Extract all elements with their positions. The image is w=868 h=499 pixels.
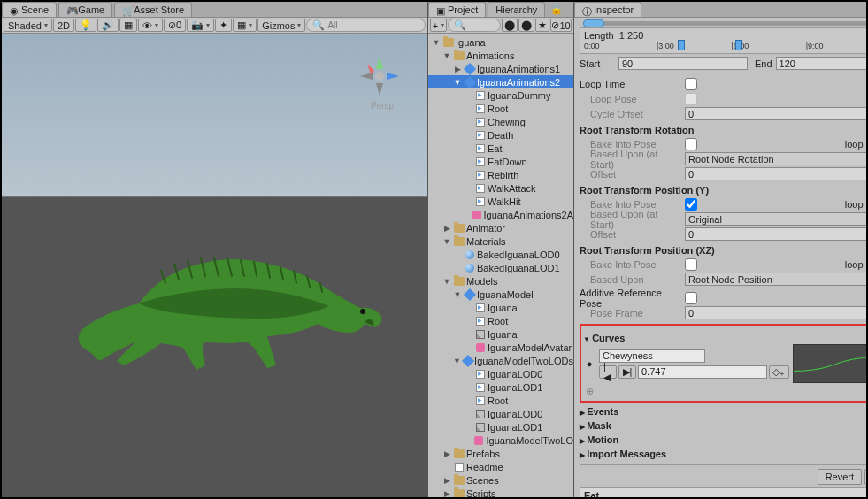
scene-viewport[interactable]: Persp	[2, 34, 427, 497]
expand-arrow-icon[interactable]: ▶	[442, 476, 451, 485]
tool-1[interactable]: ✦	[215, 19, 232, 32]
tree-item-root[interactable]: Root	[428, 102, 573, 115]
tab-inspector[interactable]: ⓘInspector	[574, 2, 641, 17]
tab-project[interactable]: ▣Project	[428, 2, 486, 17]
expand-arrow-icon[interactable]: ▼	[442, 237, 451, 246]
loop-time-checkbox[interactable]	[685, 78, 697, 90]
tree-item-animator[interactable]: ▶Animator	[428, 221, 573, 234]
tree-item-scenes[interactable]: ▶Scenes	[428, 473, 573, 487]
filter-favorites[interactable]: ⬤	[502, 19, 518, 32]
tree-item-iguanamodelavatar[interactable]: IguanaModelAvatar	[428, 341, 573, 354]
tree-item-bakediguanalod0[interactable]: BakedIguanaLOD0	[428, 248, 573, 261]
expand-arrow-icon[interactable]: ▼	[442, 51, 451, 60]
scene-visibility-toggle[interactable]: 👁	[138, 19, 163, 32]
tree-item-iguanaanimations1[interactable]: ▶IguanaAnimations1	[428, 62, 573, 75]
hidden-toggle[interactable]: ⊘10	[550, 19, 572, 32]
rtpy-offset-field[interactable]	[685, 227, 868, 241]
expand-arrow-icon[interactable]: ▼	[432, 38, 441, 47]
project-tree[interactable]: ▼Iguana▼Animations▶IguanaAnimations1▼Igu…	[428, 34, 573, 497]
revert-button[interactable]: Revert	[818, 469, 862, 485]
audio-toggle[interactable]: 🔊	[97, 19, 119, 32]
tree-item-bakediguanalod1[interactable]: BakedIguanaLOD1	[428, 261, 573, 274]
tree-item-iguanaanimations2a[interactable]: IguanaAnimations2A	[428, 208, 573, 221]
lock-icon[interactable]: 🔒	[547, 4, 566, 15]
range-end-handle[interactable]	[735, 40, 742, 50]
tab-game[interactable]: 🎮Game	[58, 2, 112, 17]
curve-next-key-button[interactable]: ▶|	[618, 365, 636, 379]
scene-search[interactable]: 🔍	[306, 19, 426, 32]
arp-checkbox[interactable]	[685, 292, 697, 304]
camera-dropdown[interactable]: 📷	[187, 19, 214, 32]
tree-item-readme[interactable]: Readme	[428, 460, 573, 473]
tree-item-death[interactable]: Death	[428, 128, 573, 142]
tree-item-animations[interactable]: ▼Animations	[428, 49, 573, 62]
tree-item-root[interactable]: Root	[428, 314, 573, 327]
tree-item-walkhit[interactable]: WalkHit	[428, 195, 573, 208]
start-field[interactable]	[618, 57, 748, 70]
expand-arrow-icon[interactable]: ▶	[453, 65, 462, 73]
apply-button[interactable]: Apply	[864, 469, 868, 485]
section-motion[interactable]: Motion	[580, 434, 868, 445]
filter-label[interactable]: ★	[535, 19, 550, 32]
tree-item-iguanamodeltwolods[interactable]: ▼IguanaModelTwoLODs	[428, 354, 573, 367]
tree-item-eatdown[interactable]: EatDown	[428, 155, 573, 168]
curve-graph[interactable]	[793, 344, 868, 383]
tool-2[interactable]: ▦	[233, 19, 257, 32]
expand-arrow-icon[interactable]: ▼	[453, 290, 462, 299]
shading-dropdown[interactable]: Shaded	[4, 19, 52, 32]
tree-item-iguanamodel[interactable]: ▼IguanaModel	[428, 288, 573, 301]
tree-item-iguanamodeltwolo[interactable]: IguanaModelTwoLO	[428, 434, 573, 447]
tree-item-iguana[interactable]: Iguana	[428, 327, 573, 341]
tree-item-iguana[interactable]: Iguana	[428, 301, 573, 314]
curve-prev-key-button[interactable]: |◀	[599, 365, 617, 379]
tree-item-iguanaanimations2[interactable]: ▼IguanaAnimations2	[428, 75, 573, 88]
gizmos-dropdown[interactable]: Gizmos	[257, 19, 305, 32]
section-import-messages[interactable]: Import Messages	[580, 449, 868, 459]
tab-asset-store[interactable]: 🛒Asset Store	[114, 2, 192, 17]
tree-item-iguanadummy[interactable]: IguanaDummy	[428, 88, 573, 102]
expand-arrow-icon[interactable]: ▶	[442, 449, 451, 458]
curve-value-field[interactable]	[638, 365, 767, 379]
clip-minislider[interactable]	[583, 21, 868, 26]
filter-type[interactable]: ⬤	[518, 19, 534, 32]
tab-scene[interactable]: ◉Scene	[2, 2, 57, 17]
rtr-offset-field[interactable]	[685, 167, 868, 180]
orientation-gizmo[interactable]	[358, 55, 401, 97]
tree-item-root[interactable]: Root	[428, 394, 573, 407]
section-mask[interactable]: Mask	[580, 420, 868, 431]
tree-item-prefabs[interactable]: ▶Prefabs	[428, 447, 573, 460]
tab-hierarchy[interactable]: Hierarchy	[488, 2, 545, 17]
project-add-button[interactable]: +	[430, 19, 447, 32]
tree-item-materials[interactable]: ▼Materials	[428, 234, 573, 248]
tree-item-scripts[interactable]: ▶Scripts	[428, 487, 573, 497]
tree-item-iguanalod0[interactable]: IguanaLOD0	[428, 407, 573, 420]
rtpy-based-dropdown[interactable]: Original	[685, 212, 868, 226]
fx-toggle[interactable]: ▦	[119, 19, 137, 32]
rtpxz-bake-checkbox[interactable]	[685, 258, 697, 271]
expand-arrow-icon[interactable]: ▼	[442, 277, 451, 286]
preview-bar[interactable]: Eat	[580, 487, 868, 497]
tree-item-iguanalod1[interactable]: IguanaLOD1	[428, 420, 573, 434]
project-search[interactable]: 🔍	[448, 19, 501, 32]
rtr-bake-checkbox[interactable]	[685, 138, 697, 150]
curve-name-field[interactable]	[599, 349, 705, 363]
tree-item-walkattack[interactable]: WalkAttack	[428, 181, 573, 195]
add-curve-button[interactable]: ⊕	[583, 386, 595, 397]
tree-item-rebirth[interactable]: Rebirth	[428, 168, 573, 181]
expand-arrow-icon[interactable]: ▼	[453, 78, 462, 87]
rtpy-bake-checkbox[interactable]	[685, 198, 697, 211]
expand-arrow-icon[interactable]: ▼	[453, 357, 461, 365]
section-events[interactable]: Events	[580, 406, 868, 417]
lighting-toggle[interactable]: 💡	[75, 19, 96, 32]
expand-arrow-icon[interactable]: ▶	[442, 224, 451, 233]
tree-item-chewing[interactable]: Chewing	[428, 115, 573, 128]
timeline[interactable]: Length 1.250 24 FPS 0:00 |3:00 |6:00 |9:…	[580, 27, 868, 54]
tree-item-eat[interactable]: Eat	[428, 142, 573, 155]
tree-item-models[interactable]: ▼Models	[428, 274, 573, 288]
tree-item-iguanalod1[interactable]: IguanaLOD1	[428, 380, 573, 394]
range-start-handle[interactable]	[678, 40, 685, 50]
rtpxz-based-dropdown[interactable]: Root Node Position	[685, 273, 868, 286]
remove-curve-button[interactable]: ●	[583, 358, 595, 369]
end-field[interactable]	[776, 57, 868, 70]
mode-2d-toggle[interactable]: 2D	[53, 19, 74, 32]
